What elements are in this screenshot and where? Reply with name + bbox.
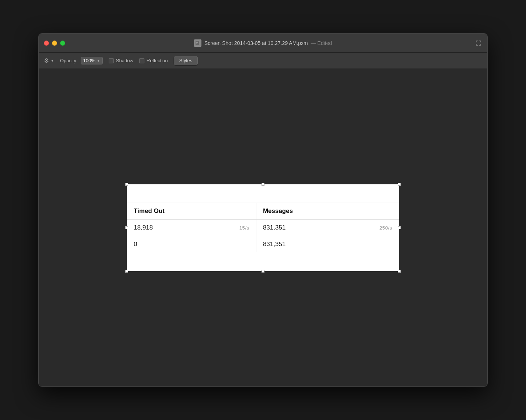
reflection-label: Reflection <box>147 58 168 63</box>
cell-timed-out-2: 0 <box>127 236 256 253</box>
cell-value: 831,351 <box>263 241 285 248</box>
svg-rect-2 <box>196 42 198 43</box>
styles-button[interactable]: Styles <box>174 56 198 65</box>
handle-top-left[interactable] <box>125 183 128 186</box>
toolbar: ⚙ ▼ Opacity: 100% ▼ Shadow Reflection St… <box>39 53 487 69</box>
opacity-control[interactable]: 100% ▼ <box>81 57 103 64</box>
canvas-area[interactable]: Timed Out Messages 18,918 <box>39 69 487 386</box>
shadow-checkbox[interactable] <box>109 58 114 63</box>
cell-timed-out-1: 18,918 15/s <box>127 220 256 236</box>
close-button[interactable] <box>44 41 49 46</box>
selection-wrapper: Timed Out Messages 18,918 <box>127 184 399 271</box>
gear-icon: ⚙ <box>44 57 49 64</box>
file-icon <box>194 39 201 47</box>
edited-badge: — Edited <box>311 40 332 46</box>
title-bar: Screen Shot 2014-03-05 at 10.27.29 AM.px… <box>39 34 487 53</box>
opacity-value: 100% <box>83 58 95 63</box>
title-bar-center: Screen Shot 2014-03-05 at 10.27.29 AM.px… <box>194 39 332 47</box>
svg-rect-1 <box>196 42 198 42</box>
table-header-row: Timed Out Messages <box>127 203 399 220</box>
header-timed-out: Timed Out <box>127 203 256 220</box>
cell-value: 831,351 <box>263 224 285 231</box>
data-table: Timed Out Messages 18,918 <box>127 203 399 252</box>
rate-value: 15/s <box>239 225 249 231</box>
table-top-padding <box>127 185 399 203</box>
cell-messages-1: 831,351 250/s <box>256 220 399 236</box>
handle-middle-right[interactable] <box>398 226 401 229</box>
traffic-lights <box>44 41 65 46</box>
reflection-checkbox[interactable] <box>139 58 144 63</box>
gear-button[interactable]: ⚙ ▼ <box>44 57 54 64</box>
app-window: Screen Shot 2014-03-05 at 10.27.29 AM.px… <box>38 33 488 387</box>
handle-bottom-center[interactable] <box>262 270 264 273</box>
handle-top-center[interactable] <box>262 183 264 186</box>
rate-value: 250/s <box>379 225 392 231</box>
table-row: 18,918 15/s 831,351 250/s <box>127 220 399 236</box>
expand-button[interactable] <box>475 39 482 47</box>
opacity-label: Opacity: <box>60 58 78 63</box>
cell-messages-2: 831,351 <box>256 236 399 253</box>
maximize-button[interactable] <box>60 41 65 46</box>
opacity-group: Opacity: 100% ▼ <box>60 57 103 64</box>
window-title: Screen Shot 2014-03-05 at 10.27.29 AM.px… <box>204 40 308 46</box>
handle-bottom-left[interactable] <box>125 270 128 273</box>
cell-value: 18,918 <box>134 224 153 231</box>
minimize-button[interactable] <box>52 41 57 46</box>
table-bottom-padding <box>127 252 399 271</box>
cell-value: 0 <box>134 241 137 248</box>
handle-bottom-right[interactable] <box>398 270 401 273</box>
handle-top-right[interactable] <box>398 183 401 186</box>
opacity-dropdown-arrow: ▼ <box>97 59 100 63</box>
handle-middle-left[interactable] <box>125 226 128 229</box>
header-messages: Messages <box>256 203 399 220</box>
table-row: 0 831,351 <box>127 236 399 253</box>
shadow-checkbox-group[interactable]: Shadow <box>109 58 133 63</box>
data-table-container: Timed Out Messages 18,918 <box>127 184 399 271</box>
chevron-down-icon: ▼ <box>50 59 54 63</box>
shadow-label: Shadow <box>116 58 133 63</box>
reflection-checkbox-group[interactable]: Reflection <box>139 58 168 63</box>
svg-rect-3 <box>196 43 197 43</box>
